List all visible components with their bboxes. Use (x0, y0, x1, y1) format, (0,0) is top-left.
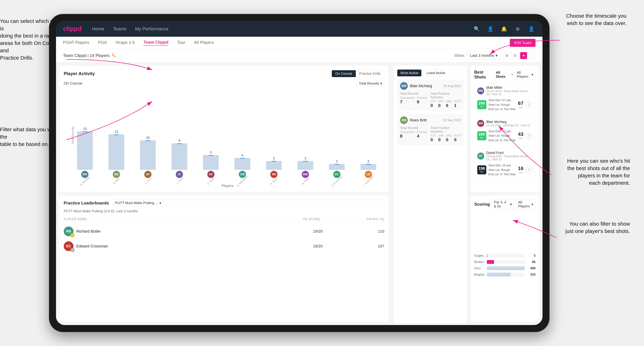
practice-header: Practice Leaderboards PUTT Must Make Put… (64, 200, 384, 206)
active-player-card-0: BM Blair McHarg 26 Aug 2023 Total Rounds… (397, 79, 464, 111)
bar-group-1: 12 BB B. Britt (102, 130, 130, 182)
practice-players-list: RB 1 Richard Butler 19/20 110 EC 2 Edwar… (64, 224, 384, 254)
shot-score-badge-2: 198 SG (477, 165, 486, 174)
plus-circle-icon-btn[interactable]: ⊕ (514, 25, 522, 33)
heart-view-btn[interactable]: ♥ (520, 52, 527, 59)
bar-chart: Total Rounds 13 BM B. McHarg 12 BB B. Br… (64, 89, 384, 182)
add-team-button[interactable]: Add Team (510, 39, 536, 47)
most-active-players-list: BM Blair McHarg 26 Aug 2023 Total Rounds… (397, 79, 464, 145)
active-player-date-1: 02 Sep 2023 (443, 119, 461, 122)
active-avatar-0: BM (400, 82, 408, 90)
scoring-title: Scoring (474, 202, 490, 207)
tablet-screen: clippd Home Teams My Performance 🔍 👤 🔔 ⊕… (56, 21, 542, 325)
scoring-par-dropdown[interactable]: Par 3, 4 & 5s ▾ (492, 199, 514, 209)
scoring-row-3: Bogeys 315 (474, 273, 536, 276)
right-panel: Best Shots All Shots ▾ All Players ▾ MM … (469, 62, 542, 325)
all-shots-tab[interactable]: All Shots (494, 70, 510, 79)
tab-pga[interactable]: PGA (98, 40, 107, 46)
nav-my-performance[interactable]: My Performance (135, 26, 168, 32)
shot-chevron-2[interactable]: › (531, 154, 532, 158)
shot-dist-info-1: Shot Dist: 43 ydsStart Lie: RoughEnd Lie… (488, 129, 516, 143)
tab-pgat-players[interactable]: PGAT Players (63, 40, 89, 46)
bar-group-9: 2 LR L. Robertson (354, 160, 382, 182)
tab-hcaps[interactable]: Hcaps 1-5 (116, 40, 135, 46)
practice-pb-avg-0: 110 (323, 229, 384, 234)
shot-avatar-2: DF (477, 153, 484, 160)
scoring-row-2: Pars 499 (474, 266, 536, 270)
bell-icon-btn[interactable]: 🔔 (500, 25, 508, 33)
scoring-bar-label-0: Eagles (474, 254, 485, 258)
chevron-down-icon: ▾ (496, 53, 498, 58)
scoring-count-0: 3 (527, 254, 536, 258)
search-icon-btn[interactable]: 🔍 (472, 25, 481, 33)
grid-4-view-btn[interactable]: ⊞ (503, 52, 510, 59)
most-active-tab[interactable]: Most Active (397, 70, 422, 76)
nav-teams[interactable]: Teams (113, 26, 126, 32)
tab-team-clippd[interactable]: Team Clippd (144, 40, 168, 46)
bar-1 (108, 134, 124, 170)
sub-nav: PGAT Players PGA Hcaps 1-5 Team Clippd T… (56, 37, 542, 49)
activity-card-header: Player Activity On Course Practice Drill… (64, 70, 384, 77)
bar-group-7: 3 MM M. Miller (291, 157, 320, 182)
practice-player-name-0: Richard Butler (76, 229, 261, 234)
all-players-dropdown[interactable]: All Players ▾ (514, 69, 536, 80)
bar-group-5: 4 GB G. Billingham (228, 154, 256, 182)
most-active-header: Most Active Least Active (397, 69, 464, 77)
tab-all-players[interactable]: All Players (194, 40, 214, 46)
on-course-toggle[interactable]: On Course (332, 70, 356, 77)
settings-view-btn[interactable]: ⋮ (528, 52, 536, 59)
best-shots-header: Best Shots All Shots ▾ All Players ▾ (474, 69, 536, 80)
shot-yds-1: 43 yds (518, 132, 524, 140)
total-rounds-dropdown[interactable]: Total Rounds ▾ (356, 80, 384, 87)
scoring-players-dropdown[interactable]: All Players ▾ (516, 199, 536, 209)
practice-player-row-0: RB 1 Richard Butler 19/20 110 (64, 224, 384, 239)
shot-zero-2: 0 (526, 166, 532, 173)
nav-items: Home Teams My Performance (92, 26, 472, 32)
activity-title: Player Activity (64, 71, 332, 76)
least-active-tab[interactable]: Least Active (423, 69, 449, 77)
edit-icon[interactable]: ✏️ (112, 53, 116, 58)
chevron-down-icon: ▾ (380, 81, 382, 85)
nav-icons: 🔍 👤 🔔 ⊕ 👤 (472, 25, 536, 33)
bar-0 (77, 131, 92, 170)
scoring-bar-label-2: Pars (474, 267, 485, 270)
bar-group-8: 2 EC E. Crossman (323, 160, 351, 182)
main-content: Player Activity On Course Practice Drill… (56, 62, 542, 325)
bar-3 (172, 143, 187, 170)
practice-card: Practice Leaderboards PUTT Must Make Put… (60, 195, 388, 322)
practice-avatar-1: EC 2 (64, 241, 74, 251)
annotation-right-1: Here you can see who's hit the best shot… (567, 157, 630, 187)
user-avatar-btn[interactable]: 👤 (527, 25, 536, 33)
shot-details-1: 23 Jul 2023 · Ashridge GC, Hole 15 (486, 124, 531, 127)
shot-chevron-0[interactable]: › (531, 89, 532, 93)
time-filter-dropdown[interactable]: Last 3 months ▾ (467, 52, 500, 59)
shot-zero-0: 0 (526, 101, 532, 108)
practice-player-name-1: Edward Crossman (76, 244, 261, 248)
shot-chevron-1[interactable]: › (531, 121, 532, 126)
chevron-down-icon: ▾ (160, 201, 161, 205)
bar-group-6: 3 RB R. Butler (260, 157, 288, 182)
nav-logo: clippd (63, 25, 82, 32)
shot-dist-info-2: Shot Dist: 16 ydsStart Lie: RoughEnd Lie… (488, 163, 516, 177)
shot-avatar-0: MM (477, 87, 484, 94)
scoring-bar-label-3: Bogeys (474, 273, 485, 276)
activity-card: Player Activity On Course Practice Drill… (60, 66, 388, 192)
shot-player-name-0: Matt Miller (486, 86, 531, 90)
rank-badge-0: 1 (70, 233, 74, 237)
show-label: Show: (454, 53, 465, 58)
grid-list-view-btn[interactable]: ☰ (512, 52, 519, 59)
practice-player-row-1: EC 2 Edward Crossman 18/20 107 (64, 239, 384, 254)
rank-badge-1: 2 (70, 248, 74, 252)
annotation-top-right: Choose the timescale you wish to see the… (566, 12, 626, 27)
practice-pb-score-1: 18/20 (261, 244, 323, 248)
left-panel: Player Activity On Course Practice Drill… (56, 62, 392, 325)
bar-group-0: 13 BM B. McHarg (71, 127, 99, 182)
practice-drills-toggle[interactable]: Practice Drills (356, 70, 384, 77)
practice-drill-dropdown[interactable]: PUTT Must Make Putting ... ▾ (112, 200, 384, 206)
bar-4 (203, 155, 218, 170)
nav-home[interactable]: Home (92, 26, 104, 32)
y-axis-label: Total Rounds (71, 126, 75, 145)
tab-tour[interactable]: Tour (177, 40, 185, 46)
users-icon-btn[interactable]: 👤 (486, 25, 494, 33)
shot-avatar-1: BM (477, 120, 484, 127)
